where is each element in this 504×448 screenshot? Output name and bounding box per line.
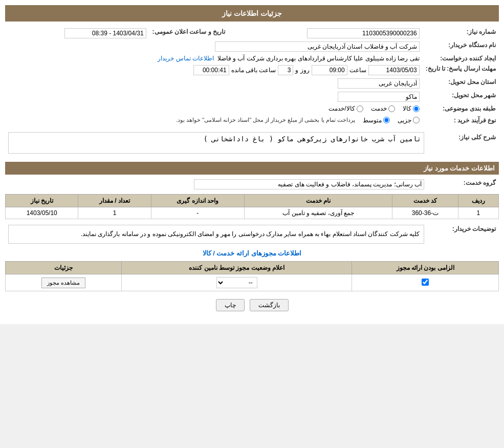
purchase-jozi-label: جزیی — [398, 117, 411, 124]
city-label: شهر محل تحویل: — [423, 90, 499, 103]
category-khedmat-label: خدمت — [371, 105, 387, 112]
service-group-table: گروه خدمت: — [5, 178, 499, 191]
page-title: جزئیات اطلاعات نیاز — [222, 9, 282, 17]
response-time-input[interactable] — [312, 65, 347, 75]
page-wrapper: جزئیات اطلاعات نیاز شماره نیاز: تاریخ و … — [0, 0, 504, 324]
date-input[interactable] — [64, 28, 146, 38]
contact-link[interactable]: اطلاعات تماس خریدار — [158, 55, 214, 62]
service-data-table: ردیف کد خدمت نام خدمت واحد اندازه گیری ت… — [5, 194, 499, 219]
row-num: 1 — [458, 207, 498, 219]
province-value — [5, 77, 423, 90]
response-remain-input[interactable] — [193, 65, 229, 75]
permit-col-status: اعلام وضعیت مجوز توسط نامین کننده — [122, 262, 352, 274]
province-label: استان محل تحویل: — [423, 77, 499, 90]
need-desc-table: شرح کلی نیاز: تامین آب شرب خانوارهای زیر… — [5, 131, 499, 157]
purchase-note: پرداخت تمام یا بخشی از مبلغ خریدار از مح… — [176, 117, 355, 123]
row-date: 1403/05/10 — [6, 207, 78, 219]
category-radio-both[interactable]: کالا/خدمت — [328, 105, 363, 112]
service-group-value — [5, 178, 427, 191]
buyer-input[interactable] — [215, 41, 420, 52]
col-header-code: کد خدمت — [392, 195, 458, 207]
response-date-input[interactable] — [368, 65, 420, 75]
row-unit: - — [151, 207, 244, 219]
col-header-name: نام خدمت — [244, 195, 392, 207]
col-header-unit: واحد اندازه گیری — [151, 195, 244, 207]
response-date-label: مهلت ارسال پاسخ: تا تاریخ: — [423, 63, 499, 77]
creator-label: ایجاد کننده درخواست: — [423, 53, 499, 63]
permit-row: -- مشاهده مجوز — [6, 274, 499, 291]
page-header: جزئیات اطلاعات نیاز — [5, 5, 499, 22]
purchase-radio-jozi-input[interactable] — [413, 117, 420, 123]
need-number-input[interactable] — [307, 28, 420, 38]
category-radio-khedmat[interactable]: خدمت — [371, 105, 395, 112]
main-info-table: شماره نیاز: تاریخ و ساعت اعلان عمومی: نا… — [5, 27, 499, 126]
category-radio-kala[interactable]: کالا — [403, 105, 420, 112]
footer-buttons: بازگشت چاپ — [5, 299, 499, 311]
row-name: جمع آوری، تصفیه و تامین آب — [244, 207, 392, 219]
category-both-label: کالا/خدمت — [328, 105, 355, 112]
category-radio-both-input[interactable] — [357, 105, 363, 112]
category-radio-khedmat-input[interactable] — [388, 105, 395, 112]
print-button[interactable]: چاپ — [216, 299, 245, 311]
permit-status-cell: -- — [122, 274, 352, 291]
buyer-notes-value: کلیه شرکت کنندگان اسناد استعلام بهاء به … — [5, 223, 427, 245]
category-label: طبقه بندی موضوعی: — [423, 103, 499, 115]
response-day-label: روز و — [295, 67, 309, 74]
permit-status-select[interactable]: -- — [216, 277, 257, 288]
col-header-row: ردیف — [458, 195, 498, 207]
response-remain-label: ساعت باقی مانده — [231, 67, 276, 74]
buyer-notes-table: توضیحات خریدار: کلیه شرکت کنندگان اسناد … — [5, 223, 499, 245]
creator-value: تقی رضا زاده شیبلوی علیا کارشناس قرارداد… — [5, 53, 423, 63]
buyer-value — [5, 40, 423, 53]
view-permit-button[interactable]: مشاهده مجوز — [41, 278, 85, 288]
city-input[interactable] — [338, 92, 420, 102]
purchase-radio-motawaset-input[interactable] — [383, 117, 390, 123]
need-desc-textarea[interactable]: تامین آب شرب خانوارهای زیرکوهی ماکو ( با… — [8, 132, 424, 154]
category-radio-kala-input[interactable] — [413, 105, 420, 112]
purchase-radio-motawaset[interactable]: متوسط — [363, 117, 390, 124]
buyer-notes-box: کلیه شرکت کنندگان اسناد استعلام بهاء به … — [8, 225, 424, 244]
row-qty: 1 — [78, 207, 151, 219]
category-kala-label: کالا — [403, 105, 411, 112]
buyer-label: نام دستگاه خریدار: — [423, 40, 499, 53]
col-header-qty: تعداد / مقدار — [78, 195, 151, 207]
permit-required-checkbox[interactable] — [422, 279, 429, 286]
purchase-type-label: نوع فرآیند خرید : — [423, 115, 499, 127]
response-date-row: ساعت روز و ساعت باقی مانده — [5, 63, 423, 77]
creator-text: تقی رضا زاده شیبلوی علیا کارشناس قرارداد… — [215, 55, 419, 62]
permit-col-details: جزئیات — [6, 262, 122, 274]
buyer-notes-label: توضیحات خریدار: — [427, 223, 499, 245]
service-group-label: گروه خدمت: — [427, 178, 499, 191]
need-number-label: شماره نیاز: — [423, 27, 499, 40]
response-time-label: ساعت — [349, 67, 366, 74]
service-section-header: اطلاعات خدمات مورد نیاز — [5, 162, 499, 175]
date-value — [5, 27, 149, 40]
permit-col-required: الزامی بودن ارائه مجوز — [352, 262, 499, 274]
need-number-value — [228, 27, 423, 40]
category-radios: کالا خدمت کالا/خدمت — [5, 103, 423, 115]
purchase-type-row: جزیی متوسط پرداخت تمام یا بخشی از مبلغ خ… — [5, 115, 423, 127]
permit-table: الزامی بودن ارائه مجوز اعلام وضعیت مجوز … — [5, 261, 499, 291]
permit-section-link[interactable]: اطلاعات مجوزهای ارائه خدمت / کالا — [5, 249, 499, 257]
need-desc-label: شرح کلی نیاز: — [427, 131, 499, 157]
permit-details-cell: مشاهده مجوز — [6, 274, 122, 291]
table-row: 1 ت-36-360 جمع آوری، تصفیه و تامین آب - … — [6, 207, 499, 219]
need-desc-value: تامین آب شرب خانوارهای زیرکوهی ماکو ( با… — [5, 131, 427, 157]
back-button[interactable]: بازگشت — [250, 299, 289, 311]
response-day-input[interactable] — [278, 65, 293, 75]
purchase-radio-jozi[interactable]: جزیی — [398, 117, 420, 124]
date-label: تاریخ و ساعت اعلان عمومی: — [149, 27, 228, 40]
permit-required-cell — [352, 274, 499, 291]
col-header-date: تاریخ نیاز — [6, 195, 78, 207]
row-code: ت-36-360 — [392, 207, 458, 219]
service-group-input[interactable] — [194, 179, 424, 189]
province-input[interactable] — [338, 78, 420, 89]
purchase-motawaset-label: متوسط — [363, 117, 382, 124]
city-value — [5, 90, 423, 103]
